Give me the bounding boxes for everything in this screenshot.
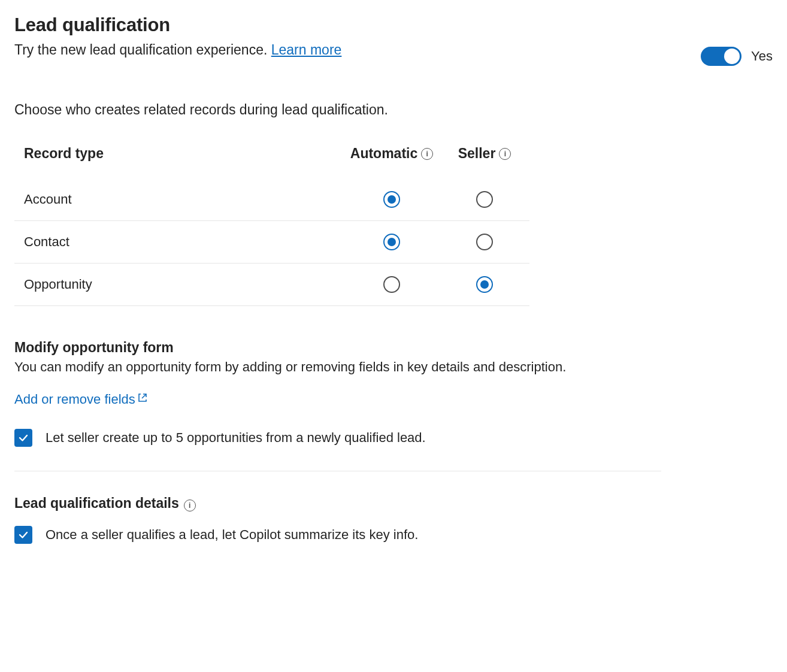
column-header-automatic-label: Automatic: [350, 146, 417, 162]
modify-opportunity-desc: You can modify an opportunity form by ad…: [14, 359, 773, 375]
feature-toggle[interactable]: [701, 47, 741, 66]
column-header-record-type: Record type: [14, 146, 344, 178]
radio-contact-automatic[interactable]: [383, 234, 400, 250]
copilot-summarize-label: Once a seller qualifies a lead, let Copi…: [46, 527, 418, 543]
radio-contact-seller[interactable]: [476, 234, 493, 250]
radio-opportunity-seller[interactable]: [476, 276, 493, 293]
page-subtitle: Try the new lead qualification experienc…: [14, 41, 341, 59]
let-seller-create-label: Let seller create up to 5 opportunities …: [46, 430, 426, 446]
modify-opportunity-title: Modify opportunity form: [14, 340, 773, 356]
info-icon[interactable]: i: [184, 500, 196, 511]
open-new-window-icon: [137, 392, 149, 407]
column-header-seller-label: Seller: [458, 146, 496, 162]
page-title: Lead qualification: [14, 14, 341, 36]
column-header-seller: Seller i: [440, 146, 529, 178]
radio-account-automatic[interactable]: [383, 191, 400, 208]
record-type-table: Record type Automatic i Seller i Account…: [14, 146, 529, 306]
header: Lead qualification Try the new lead qual…: [14, 14, 773, 66]
learn-more-link[interactable]: Learn more: [271, 42, 342, 57]
feature-toggle-label: Yes: [751, 49, 773, 64]
radio-account-seller[interactable]: [476, 191, 493, 208]
row-label-account: Account: [14, 178, 344, 221]
add-remove-fields-link[interactable]: Add or remove fields: [14, 392, 149, 407]
row-label-contact: Contact: [14, 221, 344, 264]
row-label-opportunity: Opportunity: [14, 264, 344, 306]
lead-details-title: Lead qualification details: [14, 495, 179, 511]
check-icon: [17, 432, 29, 444]
check-icon: [17, 529, 29, 541]
column-header-automatic: Automatic i: [344, 146, 440, 178]
info-icon[interactable]: i: [421, 148, 433, 160]
let-seller-create-checkbox[interactable]: [14, 429, 32, 447]
subtitle-text: Try the new lead qualification experienc…: [14, 42, 271, 57]
feature-toggle-wrap: Yes: [701, 47, 773, 66]
info-icon[interactable]: i: [499, 148, 511, 160]
add-remove-fields-label: Add or remove fields: [14, 392, 135, 407]
radio-opportunity-automatic[interactable]: [383, 276, 400, 293]
choose-description: Choose who creates related records durin…: [14, 102, 773, 118]
copilot-summarize-checkbox[interactable]: [14, 526, 32, 544]
section-divider: [14, 471, 661, 471]
